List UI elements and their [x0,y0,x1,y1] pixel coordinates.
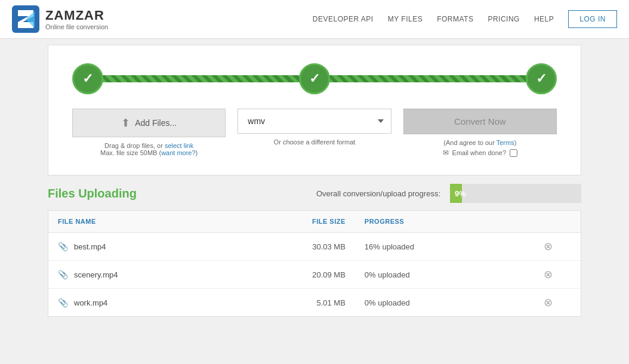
step-1-hint: Drag & drop files, or select link Max. f… [100,142,198,156]
table-row: 📎 scenery.mp4 20.09 MB 0% uploaded ⊗ [48,261,581,289]
step-2-control: wmv mp4 avi mov mkv flv mp3 jpg pdf Or c… [238,109,391,146]
progress-cell: 0% uploaded [355,261,516,289]
email-checkbox[interactable] [510,149,517,157]
progress-bar-text: 9% [450,184,581,203]
nav-my-files[interactable]: MY FILES [388,15,423,23]
file-name-cell: 📎 scenery.mp4 [48,261,233,289]
nav-pricing[interactable]: PRICING [488,15,520,23]
paperclip-icon: 📎 [58,270,68,279]
progress-title: Files Uploading [48,187,137,200]
step-line-2 [329,75,527,82]
converter-panel: ✓ ✓ ✓ ⬆ Add Files... Drag & drop files, … [48,45,581,175]
main-nav: DEVELOPER API MY FILES FORMATS PRICING H… [313,10,617,28]
table-body: 📎 best.mp4 30.03 MB 16% uploaded ⊗ 📎 [48,233,581,317]
step-2-circle: ✓ [299,63,330,94]
email-row: ✉ Email when done? [443,149,518,157]
format-select[interactable]: wmv mp4 avi mov mkv flv mp3 jpg pdf [238,109,391,134]
logo-subtitle: Online file conversion [45,23,108,30]
progress-bar-container: 9% [450,184,581,203]
remove-cell: ⊗ [515,289,581,317]
email-label: Email when done? [452,149,507,156]
hint-close: ) [196,149,198,156]
logo-title: ZAMZAR [45,8,108,23]
file-size-cell: 5.01 MB [233,289,355,317]
upload-icon: ⬆ [121,116,130,129]
table-row: 📎 best.mp4 30.03 MB 16% uploaded ⊗ [48,233,581,261]
logo-area: ZAMZAR Online file conversion [12,5,108,33]
file-size-cell: 30.03 MB [233,233,355,261]
progress-section: Files Uploading Overall conversion/uploa… [48,184,581,203]
progress-label: Overall conversion/upload progress: [316,189,440,198]
format-select-wrap: wmv mp4 avi mov mkv flv mp3 jpg pdf [238,109,391,134]
paperclip-icon: 📎 [58,298,68,307]
step-controls: ⬆ Add Files... Drag & drop files, or sel… [72,109,557,157]
logo-text: ZAMZAR Online file conversion [45,8,108,30]
main-content: ✓ ✓ ✓ ⬆ Add Files... Drag & drop files, … [0,39,629,329]
convert-hint: (And agree to our Terms) [443,139,516,146]
files-table-wrap: FILE NAME FILE SIZE PROGRESS 📎 best.mp4 … [48,210,581,317]
add-files-button[interactable]: ⬆ Add Files... [72,109,226,137]
step-1-circle: ✓ [72,63,103,94]
filesize-text: Max. file size 50MB ( [100,149,161,156]
remove-cell: ⊗ [515,233,581,261]
table-header: FILE NAME FILE SIZE PROGRESS [48,211,581,233]
table-row: 📎 work.mp4 5.01 MB 0% uploaded ⊗ [48,289,581,317]
file-name-cell: 📎 best.mp4 [48,233,233,261]
progress-title-dynamic: Uploading [78,187,137,200]
add-files-label: Add Files... [135,118,177,128]
col-progress: PROGRESS [355,211,516,233]
remove-cell: ⊗ [515,261,581,289]
step-3-control: Convert Now (And agree to our Terms) ✉ E… [403,109,557,157]
nav-formats[interactable]: FORMATS [437,15,473,23]
convert-now-button[interactable]: Convert Now [403,109,557,134]
email-icon: ✉ [443,149,449,157]
header: ZAMZAR Online file conversion DEVELOPER … [0,0,629,39]
drag-drop-text: Drag & drop files, or [104,142,165,149]
file-name-cell: 📎 work.mp4 [48,289,233,317]
files-table: FILE NAME FILE SIZE PROGRESS 📎 best.mp4 … [48,211,581,316]
zamzar-logo-icon [12,5,39,33]
step-3-circle: ✓ [526,63,557,94]
col-remove [515,211,581,233]
select-link[interactable]: select link [165,142,193,149]
filename-text: scenery.mp4 [74,270,118,279]
filename-text: best.mp4 [74,242,106,251]
remove-button[interactable]: ⊗ [544,296,553,309]
progress-title-static: Files [48,187,75,200]
step-3-checkmark: ✓ [536,71,547,87]
paperclip-icon: 📎 [58,242,68,251]
nav-help[interactable]: HELP [534,15,554,23]
step-1-control: ⬆ Add Files... Drag & drop files, or sel… [72,109,226,156]
login-button[interactable]: LOG IN [568,10,617,28]
progress-cell: 0% uploaded [355,289,516,317]
hint-close2: ) [514,139,517,146]
remove-button[interactable]: ⊗ [544,268,553,281]
remove-button[interactable]: ⊗ [544,240,553,253]
filename-text: work.mp4 [74,298,107,307]
want-more-link[interactable]: want more? [161,149,195,156]
steps-bar: ✓ ✓ ✓ [72,63,557,94]
file-size-cell: 20.09 MB [233,261,355,289]
format-hint: Or choose a different format [274,138,356,146]
terms-link[interactable]: Terms [497,139,514,146]
step-1-checkmark: ✓ [82,71,93,87]
step-2-checkmark: ✓ [309,71,320,87]
agree-text: (And agree to our [443,139,496,146]
col-filename: FILE NAME [48,211,233,233]
nav-developer-api[interactable]: DEVELOPER API [313,15,374,23]
col-filesize: FILE SIZE [233,211,355,233]
progress-header: Files Uploading Overall conversion/uploa… [48,184,581,203]
progress-cell: 16% uploaded [355,233,516,261]
step-line-1 [102,75,300,82]
